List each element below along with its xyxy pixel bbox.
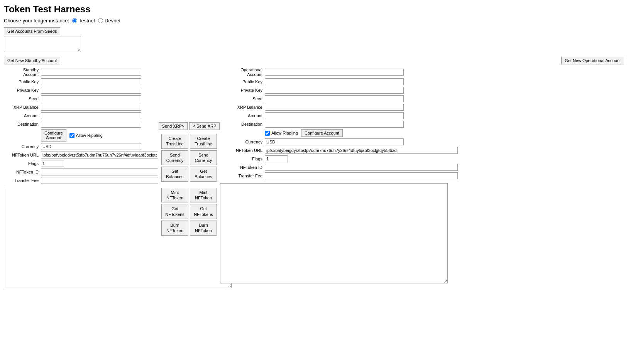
- standby-privkey-input[interactable]: [41, 87, 141, 94]
- send-xrp-right-button[interactable]: Send XRP>: [159, 122, 188, 130]
- standby-get-nftokens-button[interactable]: GetNFTokens: [161, 204, 188, 219]
- standby-nfturl-label: NFToken URL: [4, 153, 39, 157]
- op-flags-input[interactable]: [265, 155, 288, 162]
- op-pubkey-label: Public Key: [220, 79, 262, 84]
- standby-transferfee-input[interactable]: [41, 177, 158, 184]
- standby-configure-row: ConfigureAccount Allow Rippling: [41, 129, 158, 142]
- operational-get-balances-button[interactable]: GetBalances: [190, 167, 217, 182]
- get-nftokens-row: GetNFTokens GetNFTokens: [161, 204, 217, 219]
- standby-account-label: StandbyAccount: [4, 67, 39, 77]
- op-nftid-input[interactable]: [265, 164, 458, 171]
- standby-flags-row: Flags: [4, 160, 158, 167]
- seeds-textarea[interactable]: [4, 37, 81, 52]
- middle-panel: Send XRP> < Send XRP CreateTrustLine Cre…: [158, 57, 220, 289]
- seeds-section: Get Accounts From Seeds: [4, 27, 624, 52]
- operational-get-nftokens-button[interactable]: GetNFTokens: [190, 204, 217, 219]
- standby-panel: Get New Standby Account StandbyAccount P…: [4, 57, 158, 289]
- op-seed-input[interactable]: [265, 95, 404, 102]
- devnet-radio[interactable]: [98, 18, 103, 23]
- op-account-label: OperationalAccount: [220, 67, 262, 77]
- standby-nfturl-row: NFToken URL: [4, 152, 158, 158]
- get-accounts-from-seeds-button[interactable]: Get Accounts From Seeds: [4, 27, 60, 35]
- standby-send-currency-button[interactable]: SendCurrency: [161, 150, 188, 165]
- op-account-row: OperationalAccount: [220, 67, 624, 77]
- op-currency-row: Currency: [220, 138, 624, 145]
- standby-privkey-row: Private Key: [4, 87, 158, 94]
- standby-seed-row: Seed: [4, 95, 158, 102]
- standby-nftid-row: NFToken ID: [4, 169, 158, 175]
- standby-destination-input[interactable]: [41, 121, 141, 128]
- op-flags-label: Flags: [220, 157, 262, 161]
- standby-create-trustline-button[interactable]: CreateTrustLine: [161, 134, 188, 149]
- standby-nftid-input[interactable]: [41, 169, 158, 175]
- get-new-operational-account-button[interactable]: Get New Operational Account: [561, 57, 624, 64]
- standby-account-row: StandbyAccount: [4, 67, 158, 77]
- op-result-area: [220, 183, 624, 285]
- op-nfturl-label: NFToken URL: [220, 148, 262, 153]
- op-result-textarea[interactable]: [220, 183, 448, 283]
- op-allow-rippling-label: Allow Rippling: [271, 131, 298, 135]
- standby-flags-input[interactable]: [41, 160, 64, 167]
- op-allow-rippling-row: Allow Rippling: [265, 131, 298, 136]
- send-currency-row: SendCurrency SendCurrency: [161, 150, 217, 165]
- op-allow-rippling-checkbox[interactable]: [265, 131, 270, 136]
- op-xrpbalance-input[interactable]: [265, 104, 404, 111]
- op-currency-input[interactable]: [265, 138, 404, 145]
- op-amount-input[interactable]: [265, 112, 404, 119]
- standby-xrpbalance-label: XRP Balance: [4, 105, 39, 110]
- op-pubkey-input[interactable]: [265, 78, 404, 85]
- standby-allow-rippling-row: Allow Rippling: [69, 133, 103, 138]
- operational-send-currency-button[interactable]: SendCurrency: [190, 150, 217, 165]
- standby-amount-input[interactable]: [41, 112, 141, 119]
- op-nfturl-input[interactable]: [265, 147, 458, 154]
- standby-pubkey-label: Public Key: [4, 79, 39, 84]
- operational-create-trustline-button[interactable]: CreateTrustLine: [190, 134, 217, 149]
- operational-mint-nftoken-button[interactable]: MintNFToken: [190, 188, 217, 203]
- operational-burn-nftoken-button[interactable]: BurnNFToken: [190, 221, 217, 236]
- op-configure-account-button[interactable]: Configure Account: [301, 129, 343, 137]
- burn-nftoken-row: BurnNFToken BurnNFToken: [161, 221, 217, 236]
- standby-allow-rippling-label: Allow Rippling: [76, 133, 103, 138]
- standby-flags-label: Flags: [4, 161, 39, 166]
- mint-nftoken-row: MintNFToken MintNFToken: [161, 188, 217, 203]
- standby-destination-row: Destination: [4, 121, 158, 128]
- op-account-input[interactable]: [265, 69, 404, 76]
- op-xrpbalance-row: XRP Balance: [220, 104, 624, 111]
- standby-allow-rippling-checkbox[interactable]: [69, 133, 74, 138]
- op-flags-row: Flags: [220, 155, 624, 162]
- standby-currency-label: Currency: [4, 144, 39, 149]
- standby-burn-nftoken-button[interactable]: BurnNFToken: [161, 221, 188, 236]
- standby-xrpbalance-input[interactable]: [41, 104, 141, 111]
- standby-destination-label: Destination: [4, 122, 39, 126]
- op-configure-row: Allow Rippling Configure Account: [265, 129, 624, 137]
- xrp-buttons-row: Send XRP> < Send XRP: [159, 122, 220, 130]
- standby-pubkey-input[interactable]: [41, 78, 141, 85]
- send-xrp-left-button[interactable]: < Send XRP: [189, 122, 220, 130]
- op-amount-row: Amount: [220, 112, 624, 119]
- op-transferfee-input[interactable]: [265, 172, 458, 179]
- testnet-label: Testnet: [79, 18, 95, 24]
- standby-currency-input[interactable]: [41, 143, 141, 150]
- standby-seed-input[interactable]: [41, 95, 141, 102]
- standby-transferfee-row: Transfer Fee: [4, 177, 158, 184]
- standby-get-balances-button[interactable]: GetBalances: [161, 167, 188, 182]
- op-pubkey-row: Public Key: [220, 78, 624, 85]
- standby-mint-nftoken-button[interactable]: MintNFToken: [161, 188, 188, 203]
- page-title: Token Test Harness: [4, 4, 624, 15]
- testnet-radio[interactable]: [72, 18, 77, 23]
- standby-account-input[interactable]: [41, 69, 141, 76]
- ledger-choice-label: Choose your ledger instance:: [4, 18, 69, 24]
- op-amount-label: Amount: [220, 113, 262, 118]
- devnet-radio-label[interactable]: Devnet: [98, 18, 120, 24]
- standby-configure-account-button[interactable]: ConfigureAccount: [41, 129, 66, 142]
- op-privkey-input[interactable]: [265, 87, 404, 94]
- testnet-radio-label[interactable]: Testnet: [72, 18, 95, 24]
- get-new-standby-account-button[interactable]: Get New Standby Account: [4, 57, 60, 64]
- op-nftid-row: NFToken ID: [220, 164, 624, 171]
- get-balances-row: GetBalances GetBalances: [161, 167, 217, 182]
- standby-privkey-label: Private Key: [4, 88, 39, 93]
- standby-nfturl-input[interactable]: [41, 152, 158, 158]
- op-destination-input[interactable]: [265, 121, 404, 128]
- standby-seed-label: Seed: [4, 96, 39, 101]
- standby-currency-row: Currency: [4, 143, 158, 150]
